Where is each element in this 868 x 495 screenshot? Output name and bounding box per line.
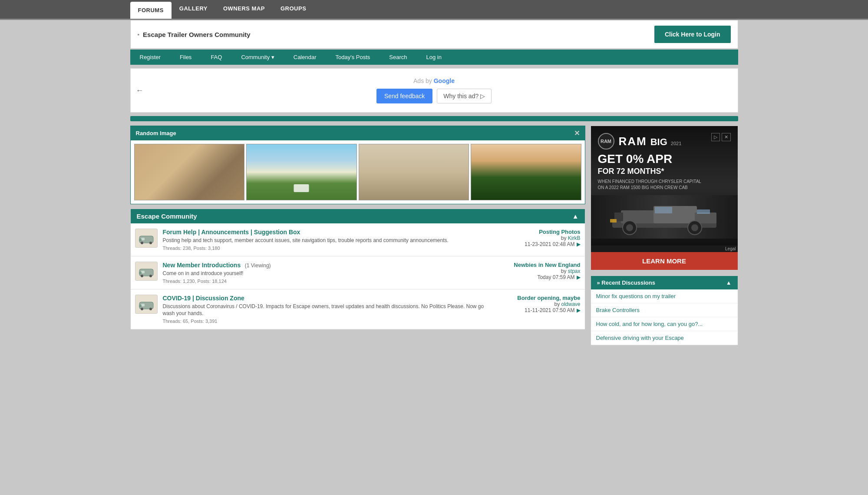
why-this-ad-button[interactable]: Why this ad? ▷ xyxy=(437,89,492,103)
svg-rect-6 xyxy=(141,271,145,273)
ram-truck-image xyxy=(591,195,738,239)
last-post-by-3: by oldwave xyxy=(494,301,581,307)
random-image-header: Random Image ✕ xyxy=(131,126,585,140)
forum-desc-1: Posting help and tech support, member ac… xyxy=(163,237,488,244)
random-img-3[interactable] xyxy=(359,144,469,200)
random-image-box: Random Image ✕ xyxy=(130,126,585,204)
menu-files[interactable]: Files xyxy=(170,50,201,65)
teal-divider xyxy=(130,116,738,121)
last-post-title-1[interactable]: Posting Photos xyxy=(539,229,580,235)
random-img-2[interactable] xyxy=(246,144,357,200)
nav-owners-map[interactable]: OWNERS MAP xyxy=(215,0,273,19)
svg-point-8 xyxy=(149,275,152,277)
last-post-author-2[interactable]: stpax xyxy=(568,268,581,274)
disc-item-4: Defensive driving with your Escape xyxy=(591,331,738,345)
site-title-icon: ▪ xyxy=(138,31,140,38)
last-post-author-3[interactable]: oldwave xyxy=(561,301,580,307)
menu-search[interactable]: Search xyxy=(380,50,416,65)
svg-point-7 xyxy=(141,275,143,277)
last-post-author-1[interactable]: KirkB xyxy=(568,235,581,241)
menu-calendar[interactable]: Calendar xyxy=(284,50,326,65)
ad-area: ← Ads by Google Send feedback Why this a… xyxy=(130,68,738,113)
community-collapse-icon[interactable]: ▲ xyxy=(572,213,579,220)
disc-link-1[interactable]: Minor fix questions on my trailer xyxy=(596,293,676,299)
menu-login[interactable]: Log in xyxy=(417,50,451,65)
ad-close-icon[interactable]: ✕ xyxy=(722,133,731,141)
ram-sub2: ON A 2022 RAM 1500 BIG HORN CREW CAB xyxy=(598,185,731,191)
forum-icon-1 xyxy=(135,229,158,248)
disc-item-3: How cold, and for how long, can you go?.… xyxy=(591,317,738,331)
forum-last-3: Border opening, maybe by oldwave 11-11-2… xyxy=(494,295,581,313)
nav-forums[interactable]: FORUMS xyxy=(130,2,172,19)
send-feedback-button[interactable]: Send feedback xyxy=(376,89,432,103)
disc-link-4[interactable]: Defensive driving with your Escape xyxy=(596,335,684,341)
back-arrow[interactable]: ← xyxy=(136,86,144,95)
forum-info-1: Forum Help | Announcements | Suggestion … xyxy=(163,229,488,251)
svg-point-23 xyxy=(691,224,698,231)
arrow-right-2: ▶ xyxy=(577,274,581,280)
disc-link-2[interactable]: Brake Controllers xyxy=(596,307,640,313)
ads-by-google: Ads by Google xyxy=(139,77,729,84)
nav-menu: Register Files FAQ Community ▾ Calendar … xyxy=(130,50,738,65)
forum-title-link-3[interactable]: COVID-19 | Discussion Zone xyxy=(163,295,244,302)
ram-sub1: WHEN FINANCED THROUGH CHRYSLER CAPITAL xyxy=(598,179,731,185)
ram-year: 2021 xyxy=(671,141,681,146)
forum-last-2: Newbies in New England by stpax Today 07… xyxy=(494,262,581,280)
last-post-date-3: 11-11-2021 07:50 AM ▶ xyxy=(494,307,581,313)
svg-rect-26 xyxy=(610,219,617,223)
menu-todays-posts[interactable]: Today's Posts xyxy=(326,50,380,65)
svg-rect-1 xyxy=(141,238,145,240)
ram-logo-icon: RAM xyxy=(598,133,614,149)
forum-info-3: COVID-19 | Discussion Zone Discussions a… xyxy=(163,295,488,324)
svg-point-3 xyxy=(149,242,152,244)
forum-icon-2 xyxy=(135,262,158,281)
ram-months: FOR 72 MONTHS* xyxy=(598,167,731,176)
menu-register[interactable]: Register xyxy=(130,50,170,65)
svg-point-13 xyxy=(149,308,152,310)
community-header: Escape Community ▲ xyxy=(131,209,585,223)
forum-stats-1: Threads: 238, Posts: 3,180 xyxy=(163,246,488,251)
forum-icon-3 xyxy=(135,295,158,314)
last-post-title-3[interactable]: Border opening, maybe xyxy=(517,295,580,301)
forum-desc-3: Discussions about Coronavirus / COVID-19… xyxy=(163,303,488,318)
forum-row-3: COVID-19 | Discussion Zone Discussions a… xyxy=(131,289,585,330)
nav-groups[interactable]: GROUPS xyxy=(273,0,314,19)
disc-link-3[interactable]: How cold, and for how long, can you go?.… xyxy=(596,321,703,327)
nav-gallery[interactable]: GALLERY xyxy=(172,0,215,19)
forum-last-1: Posting Photos by KirkB 11-23-2021 02:48… xyxy=(494,229,581,247)
ram-ad-box: RAM RAM BIG 2021 ▷ ✕ xyxy=(591,126,738,270)
site-title: ▪ Escape Trailer Owners Community xyxy=(138,31,251,38)
escape-community-box: Escape Community ▲ xyxy=(130,209,585,330)
arrow-right-1: ▶ xyxy=(577,241,581,247)
recent-discussions-header: » Recent Discussions ▲ xyxy=(591,276,738,289)
ad-settings-icon[interactable]: ▷ xyxy=(711,133,720,141)
random-image-grid xyxy=(131,140,585,204)
ad-legal-text: Legal xyxy=(591,246,738,252)
forum-stats-3: Threads: 65, Posts: 3,391 xyxy=(163,319,488,324)
svg-rect-25 xyxy=(655,207,672,213)
last-post-by-1: by KirkB xyxy=(494,235,581,241)
header-bar: ▪ Escape Trailer Owners Community Click … xyxy=(130,20,738,49)
svg-point-21 xyxy=(626,224,633,231)
learn-more-button[interactable]: LEARN MORE xyxy=(591,252,738,270)
forum-viewing-2: (1 Viewing) xyxy=(245,262,271,269)
forum-info-2: New Member Introductions (1 Viewing) Com… xyxy=(163,262,488,284)
forum-row: Forum Help | Announcements | Suggestion … xyxy=(131,223,585,256)
disc-item-2: Brake Controllers xyxy=(591,303,738,317)
random-img-4[interactable] xyxy=(471,144,581,200)
svg-rect-14 xyxy=(139,305,142,307)
svg-point-12 xyxy=(141,308,143,310)
recent-disc-collapse[interactable]: ▲ xyxy=(726,279,732,286)
menu-community[interactable]: Community ▾ xyxy=(231,50,284,65)
last-post-title-2[interactable]: Newbies in New England xyxy=(514,262,580,268)
svg-rect-11 xyxy=(141,304,145,306)
login-button[interactable]: Click Here to Login xyxy=(654,26,731,43)
menu-faq[interactable]: FAQ xyxy=(201,50,231,65)
random-img-1[interactable] xyxy=(134,144,245,200)
forum-title-link-2[interactable]: New Member Introductions xyxy=(163,262,241,269)
forum-title-link-1[interactable]: Forum Help | Announcements | Suggestion … xyxy=(163,229,300,236)
forum-desc-2: Come on in and introduce yourself! xyxy=(163,270,488,277)
recent-discussions-box: » Recent Discussions ▲ Minor fix questio… xyxy=(591,276,738,346)
random-image-close[interactable]: ✕ xyxy=(574,129,580,137)
last-post-by-2: by stpax xyxy=(494,268,581,274)
